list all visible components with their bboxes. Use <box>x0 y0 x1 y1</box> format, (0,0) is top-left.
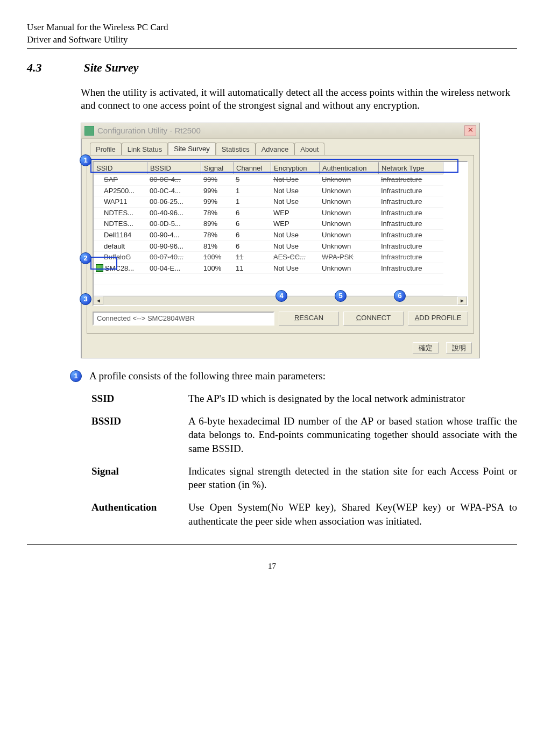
tab-link-status[interactable]: Link Status <box>122 143 168 156</box>
close-icon[interactable]: ✕ <box>464 125 476 136</box>
list-cell: 6 <box>234 208 271 219</box>
list-cell: WEP <box>271 208 320 219</box>
list-cell: 1 <box>234 186 271 197</box>
list-row[interactable]: AP2500...00-0C-4...99%1Not UseUnknownInf… <box>94 186 467 197</box>
help-button[interactable]: 說明 <box>446 342 472 354</box>
list-cell: 00-90-96... <box>147 241 201 252</box>
list-cell: 99% <box>201 196 234 208</box>
callout-2-icon: 2 <box>80 252 91 264</box>
connect-button[interactable]: CONNECT <box>343 312 404 326</box>
list-row[interactable]: SMC28...00-04-E...100%11Not UseUnknownIn… <box>94 263 467 274</box>
list-row[interactable]: SAP00-0C-4...99%5Not UseUnknownInfrastru… <box>94 174 467 186</box>
desc-bssid: A 6-byte hexadecimal ID number of the AP… <box>188 414 517 456</box>
list-cell: Unknown <box>320 230 379 241</box>
list-cell: 6 <box>234 241 271 252</box>
list-cell: 6 <box>234 230 271 241</box>
list-cell: 1 <box>234 196 271 208</box>
list-row[interactable]: NDTES...00-0D-5...89%6WEPUnknownInfrastr… <box>94 218 467 230</box>
ok-button[interactable]: 確定 <box>413 342 439 354</box>
list-cell: Infrastructure <box>379 252 443 263</box>
definition-table: SSID The AP's ID which is designated by … <box>91 392 517 528</box>
header-line2: Driver and Software Utility <box>27 34 168 46</box>
list-cell: Unknown <box>320 241 379 252</box>
def-ssid: SSID The AP's ID which is designated by … <box>91 392 517 406</box>
def-signal: Signal Indicates signal strength detecte… <box>91 464 517 492</box>
term-signal: Signal <box>91 464 167 492</box>
list-cell: Unknown <box>320 174 379 186</box>
list-cell: 100% <box>201 263 234 274</box>
app-icon <box>84 126 94 136</box>
intro-paragraph: When the utility is activated, it will a… <box>81 86 517 112</box>
list-cell: Infrastructure <box>379 241 443 252</box>
term-ssid: SSID <box>91 392 167 406</box>
list-row[interactable]: default00-90-96...81%6Not UseUnknownInfr… <box>94 241 467 252</box>
list-row[interactable]: WAP1100-06-25...99%1Not UseUnknownInfras… <box>94 196 467 208</box>
list-cell: WAP11 <box>94 196 147 208</box>
callout-4-icon: 4 <box>275 290 287 302</box>
list-cell: 11 <box>234 252 271 263</box>
list-cell: 00-04-E... <box>147 263 201 274</box>
list-cell: Infrastructure <box>379 263 443 274</box>
rescan-button[interactable]: RESCAN <box>279 312 339 326</box>
list-cell: Not Use <box>271 174 320 186</box>
page-header: User Manual for the Wireless PC Card Dri… <box>27 22 517 46</box>
add-profile-button[interactable]: ADD PROFILE <box>408 312 468 326</box>
footer-rule <box>27 544 517 545</box>
col-channel[interactable]: Channel <box>234 162 271 175</box>
list-cell: Infrastructure <box>379 230 443 241</box>
ap-list[interactable]: SSID BSSID Signal Channel Encryption Aut… <box>93 161 468 307</box>
col-bssid[interactable]: BSSID <box>147 162 201 175</box>
col-encryption[interactable]: Encryption <box>271 162 320 175</box>
scroll-left-icon[interactable]: ◄ <box>94 296 103 305</box>
callout-1-icon: 1 <box>80 154 91 166</box>
callout-3-icon: 3 <box>80 293 91 305</box>
list-row[interactable]: Dell118400-90-4...78%6Not UseUnknownInfr… <box>94 230 467 241</box>
page-number: 17 <box>27 561 517 571</box>
list-cell: 78% <box>201 208 234 219</box>
list-cell: 99% <box>201 186 234 197</box>
desc-ssid: The AP's ID which is designated by the l… <box>188 392 517 406</box>
status-row: Connected <--> SMC2804WBR RESCAN CONNECT… <box>93 312 468 326</box>
list-cell: 00-0D-5... <box>147 218 201 230</box>
dialog-buttons: 確定 說明 <box>81 339 479 358</box>
col-authentication[interactable]: Authentication <box>320 162 379 175</box>
status-box: Connected <--> SMC2804WBR <box>93 312 274 326</box>
list-cell: WEP <box>271 218 320 230</box>
list-cell: 81% <box>201 241 234 252</box>
list-cell: Infrastructure <box>379 174 443 186</box>
tab-statistics[interactable]: Statistics <box>216 143 256 156</box>
col-signal[interactable]: Signal <box>201 162 234 175</box>
list-cell: 00-90-4... <box>147 230 201 241</box>
tab-site-survey[interactable]: Site Survey <box>168 142 215 155</box>
titlebar[interactable]: Configuration Utility - Rt2500 ✕ <box>81 123 479 139</box>
list-row[interactable]: NDTES...00-40-96...78%6WEPUnknownInfrast… <box>94 208 467 219</box>
explain-1: 1 A profile consists of the following th… <box>70 369 517 383</box>
screenshot-dialog: Configuration Utility - Rt2500 ✕ Profile… <box>81 123 480 358</box>
list-cell: Not Use <box>271 230 320 241</box>
list-cell: Not Use <box>271 241 320 252</box>
section-heading: 4.3 Site Survey <box>27 60 517 76</box>
scroll-right-icon[interactable]: ► <box>457 296 467 305</box>
tab-profile[interactable]: Profile <box>90 143 122 156</box>
list-cell: NDTES... <box>94 218 147 230</box>
tab-advance[interactable]: Advance <box>256 143 295 156</box>
list-cell: Not Use <box>271 263 320 274</box>
list-header[interactable]: SSID BSSID Signal Channel Encryption Aut… <box>94 162 467 175</box>
list-cell: WPA-PSK <box>320 252 379 263</box>
list-cell: SMC28... <box>94 263 147 274</box>
term-bssid: BSSID <box>91 414 167 456</box>
col-ssid[interactable]: SSID <box>94 162 147 175</box>
section-number: 4.3 <box>27 60 81 76</box>
list-cell: Unknown <box>320 263 379 274</box>
tab-about[interactable]: About <box>294 143 324 156</box>
list-cell: 00-0C-4... <box>147 186 201 197</box>
dialog-title: Configuration Utility - Rt2500 <box>97 125 201 136</box>
col-network-type[interactable]: Network Type <box>379 162 443 175</box>
explain-1-text: A profile consists of the following thre… <box>89 369 517 383</box>
list-cell: 100% <box>201 252 234 263</box>
list-cell: 6 <box>234 218 271 230</box>
list-row[interactable]: BuffaloG00-07-40...100%11AES-CC...WPA-PS… <box>94 252 467 263</box>
list-cell: 11 <box>234 263 271 274</box>
list-cell: SAP <box>94 174 147 186</box>
callout-5-icon: 5 <box>335 290 347 302</box>
